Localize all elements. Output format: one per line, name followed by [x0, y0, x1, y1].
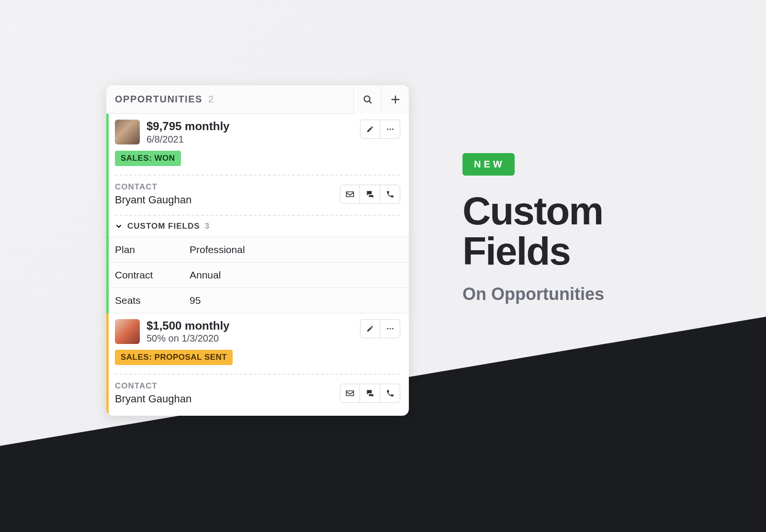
- chevron-down-icon: [115, 222, 123, 230]
- dots-icon: [386, 125, 394, 133]
- contact-label: CONTACT: [115, 182, 192, 192]
- opportunity-date: 50% on 1/3/2020: [146, 333, 353, 344]
- status-badge: SALES: PROPOSAL SENT: [115, 350, 233, 365]
- email-button[interactable]: [340, 185, 360, 204]
- custom-fields-count: 3: [205, 222, 209, 231]
- custom-fields-label: CUSTOM FIELDS: [127, 222, 200, 231]
- svg-point-8: [389, 328, 391, 329]
- new-badge: NEW: [462, 153, 515, 176]
- promo-title-line2: Fields: [462, 231, 683, 271]
- opportunities-card: OPPORTUNITIES 2 $9,795 monthly 6/8/2021: [106, 85, 409, 416]
- edit-button[interactable]: [360, 319, 380, 338]
- custom-field-row: Contract Annual: [106, 262, 409, 288]
- promo-title-line1: Custom: [462, 191, 683, 231]
- opportunity-item[interactable]: $9,795 monthly 6/8/2021 SALES: WON: [106, 114, 409, 313]
- search-button[interactable]: [353, 85, 381, 114]
- header-title: OPPORTUNITIES: [115, 94, 203, 105]
- custom-fields-table: Plan Professional Contract Annual Seats …: [106, 237, 409, 313]
- field-value: Professional: [190, 244, 245, 255]
- svg-point-9: [392, 328, 393, 329]
- chat-button[interactable]: [360, 384, 380, 403]
- opportunity-value: $9,795 monthly: [146, 120, 353, 133]
- search-icon: [362, 94, 373, 105]
- contact-name: Bryant Gaughan: [115, 393, 192, 405]
- opportunity-value: $1,500 monthly: [146, 319, 353, 332]
- more-button[interactable]: [380, 319, 400, 338]
- opportunity-item[interactable]: $1,500 monthly 50% on 1/3/2020 SALES: PR…: [106, 313, 409, 416]
- promo-section: NEW Custom Fields On Opportunities: [462, 153, 683, 304]
- avatar: [115, 120, 140, 144]
- svg-point-7: [387, 328, 388, 329]
- field-value: 95: [190, 295, 201, 306]
- field-key: Seats: [115, 295, 190, 306]
- edit-button[interactable]: [360, 120, 380, 139]
- promo-title: Custom Fields: [462, 191, 683, 271]
- status-badge: SALES: WON: [115, 151, 181, 166]
- field-key: Plan: [115, 244, 190, 255]
- custom-field-row: Seats 95: [106, 288, 409, 313]
- svg-point-5: [389, 129, 391, 130]
- svg-point-6: [392, 129, 393, 130]
- email-button[interactable]: [340, 384, 360, 403]
- email-icon: [345, 189, 355, 199]
- field-key: Contract: [115, 269, 190, 281]
- more-button[interactable]: [380, 120, 400, 139]
- add-button[interactable]: [381, 85, 409, 114]
- stage: OPPORTUNITIES 2 $9,795 monthly 6/8/2021: [68, 48, 698, 484]
- status-accent: [106, 313, 109, 416]
- header-count: 2: [208, 94, 214, 105]
- phone-icon: [386, 389, 394, 398]
- custom-fields-toggle[interactable]: CUSTOM FIELDS 3: [115, 215, 400, 237]
- contact-name: Bryant Gaughan: [115, 194, 192, 206]
- svg-point-4: [387, 129, 388, 130]
- phone-icon: [386, 190, 394, 199]
- chat-icon: [365, 189, 375, 199]
- avatar: [115, 319, 140, 344]
- custom-field-row: Plan Professional: [106, 237, 409, 262]
- chat-icon: [365, 388, 375, 398]
- contact-label: CONTACT: [115, 381, 192, 391]
- status-accent: [106, 114, 109, 313]
- email-icon: [345, 388, 355, 398]
- pencil-icon: [366, 125, 374, 133]
- svg-line-1: [369, 101, 371, 103]
- chat-button[interactable]: [360, 185, 380, 204]
- opportunity-date: 6/8/2021: [146, 134, 353, 145]
- phone-button[interactable]: [380, 185, 400, 204]
- plus-icon: [390, 94, 401, 105]
- phone-button[interactable]: [380, 384, 400, 403]
- dots-icon: [386, 324, 394, 333]
- promo-subtitle: On Opportunities: [462, 284, 683, 304]
- pencil-icon: [366, 325, 374, 332]
- field-value: Annual: [190, 269, 221, 281]
- card-header: OPPORTUNITIES 2: [106, 85, 409, 114]
